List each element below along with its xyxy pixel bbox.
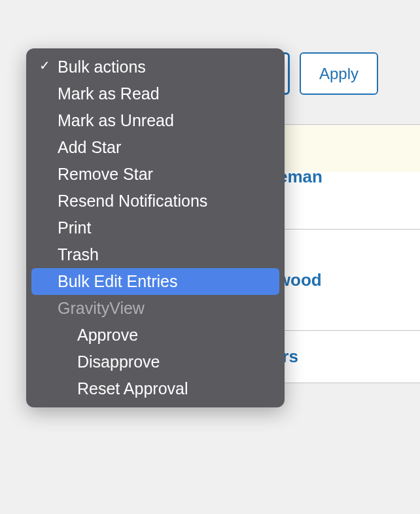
dropdown-item-remove-star[interactable]: Remove Star xyxy=(31,161,279,188)
dropdown-item-add-star[interactable]: Add Star xyxy=(31,134,279,161)
dropdown-item-approve[interactable]: Approve xyxy=(31,322,279,349)
dropdown-item-bulk-edit-entries[interactable]: Bulk Edit Entries xyxy=(31,268,279,295)
dropdown-item-mark-unread[interactable]: Mark as Unread xyxy=(31,107,279,134)
dropdown-item-bulk-actions[interactable]: Bulk actions xyxy=(31,54,279,80)
apply-button[interactable]: Apply xyxy=(300,52,378,95)
dropdown-item-print[interactable]: Print xyxy=(31,214,279,241)
dropdown-item-reset-approval[interactable]: Reset Approval xyxy=(31,375,279,402)
bulk-actions-dropdown: Bulk actions Mark as Read Mark as Unread… xyxy=(26,48,285,407)
dropdown-item-mark-read[interactable]: Mark as Read xyxy=(31,80,279,107)
dropdown-item-disapprove[interactable]: Disapprove xyxy=(31,349,279,375)
dropdown-item-resend-notifications[interactable]: Resend Notifications xyxy=(31,188,279,214)
dropdown-group-gravityview: GravityView xyxy=(31,295,279,322)
dropdown-item-trash[interactable]: Trash xyxy=(31,241,279,268)
